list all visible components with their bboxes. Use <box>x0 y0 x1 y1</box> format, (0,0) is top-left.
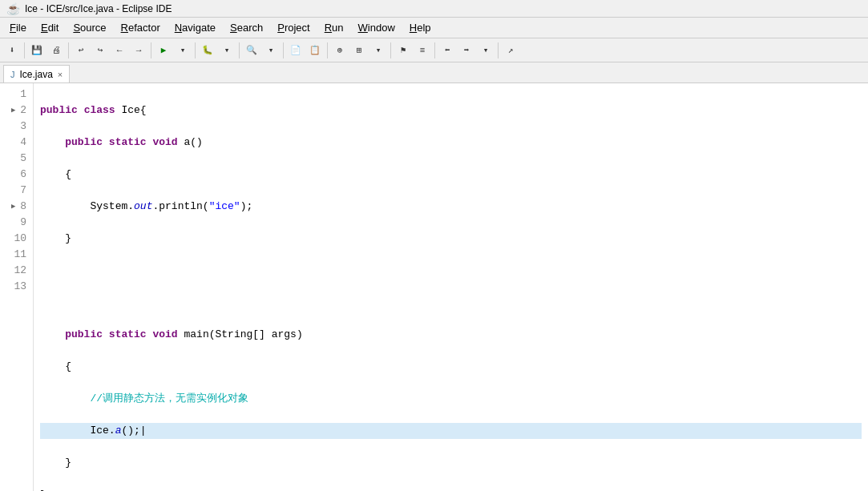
menu-navigate[interactable]: Navigate <box>168 20 222 35</box>
code-area[interactable]: 1 2 3 4 5 6 7 8 9 10 11 12 13 public cla… <box>0 83 868 491</box>
toolbar-open-dropdown[interactable]: ▾ <box>369 42 387 59</box>
toolbar-new2[interactable]: 📋 <box>306 42 324 59</box>
app-icon: ☕ <box>6 2 20 15</box>
toolbar-sep-9 <box>434 42 435 58</box>
line-num-3: 3 <box>0 119 33 135</box>
code-line-11: Ice.a();| <box>40 423 862 439</box>
toolbar-sep-8 <box>390 42 391 58</box>
toolbar-run-dropdown[interactable]: ▾ <box>174 42 192 59</box>
toolbar-next[interactable]: ➡ <box>458 42 475 59</box>
toolbar-btn-1[interactable]: ⬇ <box>3 42 21 59</box>
code-line-8: public static void main(String[] args) <box>40 327 862 343</box>
code-line-12: } <box>40 455 862 471</box>
toolbar-search-dropdown[interactable]: ▾ <box>262 42 280 59</box>
java-file-icon: J <box>10 70 15 79</box>
toolbar-tasks[interactable]: ≡ <box>414 42 431 59</box>
toolbar-sep-7 <box>327 42 328 58</box>
menu-source[interactable]: Source <box>67 20 112 35</box>
toolbar-sep-5 <box>239 42 240 58</box>
toolbar-print[interactable]: 🖨 <box>47 42 65 59</box>
code-line-6 <box>40 263 862 279</box>
toolbar-forward[interactable]: → <box>130 42 147 59</box>
line-num-1: 1 <box>0 87 33 103</box>
toolbar-sep-3 <box>151 42 151 58</box>
toolbar-save[interactable]: 💾 <box>28 42 46 59</box>
toolbar-markers[interactable]: ⚑ <box>394 42 412 59</box>
toolbar-ext[interactable]: ↗ <box>502 42 519 59</box>
menu-refactor[interactable]: Refactor <box>115 20 167 35</box>
toolbar-debug-dropdown[interactable]: ▾ <box>218 42 236 59</box>
toolbar-prev[interactable]: ⬅ <box>438 42 456 59</box>
code-line-9: { <box>40 359 862 375</box>
toolbar-back[interactable]: ← <box>111 42 128 59</box>
toolbar-undo[interactable]: ↩ <box>72 42 90 59</box>
code-line-3: { <box>40 167 862 183</box>
toolbar-run[interactable]: ▶ <box>155 42 172 59</box>
line-num-7: 7 <box>0 183 33 199</box>
code-line-4: System.out.println("ice"); <box>40 199 862 215</box>
toolbar-sep-1 <box>24 42 25 58</box>
toolbar-nav-dropdown[interactable]: ▾ <box>477 42 495 59</box>
menu-project[interactable]: Project <box>271 20 316 35</box>
toolbar-sep-2 <box>68 42 69 58</box>
code-line-10: //调用静态方法，无需实例化对象 <box>40 391 862 407</box>
toolbar-search[interactable]: 🔍 <box>243 42 260 59</box>
menu-window[interactable]: Window <box>352 20 402 35</box>
menu-edit[interactable]: Edit <box>34 20 65 35</box>
menu-file[interactable]: File <box>3 20 33 35</box>
code-line-7 <box>40 295 862 311</box>
code-line-5: } <box>40 231 862 247</box>
tab-filename: Ice.java <box>20 69 53 80</box>
line-num-5: 5 <box>0 151 33 167</box>
menu-run[interactable]: Run <box>318 20 350 35</box>
line-num-11: 11 <box>0 247 33 263</box>
toolbar-new[interactable]: 📄 <box>287 42 305 59</box>
toolbar-redo[interactable]: ↪ <box>91 42 109 59</box>
menu-bar: File Edit Source Refactor Navigate Searc… <box>0 18 868 38</box>
code-line-2: public static void a() <box>40 135 862 151</box>
code-line-13: } <box>40 487 862 491</box>
line-num-13: 13 <box>0 279 33 295</box>
line-num-10: 10 <box>0 231 33 247</box>
line-num-6: 6 <box>0 167 33 183</box>
line-num-8: 8 <box>0 199 33 215</box>
tab-close-button[interactable]: × <box>58 70 63 79</box>
code-line-1: public class Ice{ <box>40 103 862 119</box>
line-num-2: 2 <box>0 103 33 119</box>
toolbar-open-resource[interactable]: ⊞ <box>350 42 368 59</box>
title-bar: ☕ Ice - ICE/src/Ice.java - Eclipse IDE <box>0 0 868 18</box>
toolbar: ⬇ 💾 🖨 ↩ ↪ ← → ▶ ▾ 🐛 ▾ 🔍 ▾ 📄 📋 ⊕ ⊞ ▾ ⚑ ≡ … <box>0 38 868 62</box>
title-text: Ice - ICE/src/Ice.java - Eclipse IDE <box>25 3 172 14</box>
line-numbers: 1 2 3 4 5 6 7 8 9 10 11 12 13 <box>0 83 34 491</box>
toolbar-open-type[interactable]: ⊕ <box>331 42 349 59</box>
line-num-12: 12 <box>0 263 33 279</box>
toolbar-sep-10 <box>498 42 499 58</box>
menu-help[interactable]: Help <box>403 20 438 35</box>
editor-tab-bar: J Ice.java × <box>0 62 868 83</box>
line-num-9: 9 <box>0 215 33 231</box>
toolbar-sep-4 <box>195 42 196 58</box>
toolbar-sep-6 <box>283 42 284 58</box>
code-editor[interactable]: public class Ice{ public static void a()… <box>34 83 868 491</box>
line-num-4: 4 <box>0 135 33 151</box>
toolbar-debug[interactable]: 🐛 <box>199 42 216 59</box>
editor-tab-icejava[interactable]: J Ice.java × <box>3 65 70 83</box>
menu-search[interactable]: Search <box>224 20 269 35</box>
